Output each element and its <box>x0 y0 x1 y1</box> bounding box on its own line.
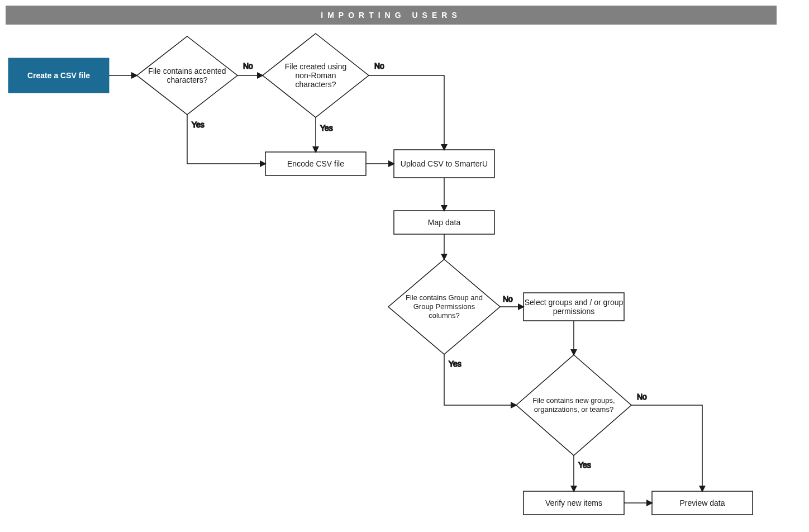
node-selectgrp-label: Select groups and / or group permissions <box>524 298 624 316</box>
node-selectgrp: Select groups and / or group permissions <box>524 293 624 321</box>
node-verify-label: Verify new items <box>545 498 602 507</box>
flowchart-canvas: Create a CSV file File contains accented… <box>0 0 809 532</box>
node-q-nonroman: File created using non-Roman characters? <box>263 34 369 117</box>
node-encode-label: Encode CSV file <box>287 159 344 168</box>
node-preview-label: Preview data <box>680 498 725 507</box>
node-q-accented-label: File contains accented characters? <box>148 66 226 84</box>
edge-accented-yes-label: Yes <box>192 120 204 129</box>
node-q-accented: File contains accented characters? <box>137 36 237 115</box>
node-q-groupcols: File contains Group and Group Permission… <box>388 259 500 354</box>
edge-groupcols-yes-label: Yes <box>449 359 461 368</box>
edge-groupcols-no-label: No <box>503 294 513 303</box>
node-q-newitems: File contains new groups, organizations,… <box>516 355 631 455</box>
node-verify: Verify new items <box>524 491 624 515</box>
node-q-newitems-label: File contains new groups, organizations,… <box>532 396 616 415</box>
node-encode: Encode CSV file <box>265 152 366 175</box>
node-q-groupcols-label: File contains Group and Group Permission… <box>402 293 486 321</box>
edge-nonroman-no <box>369 75 444 150</box>
node-start: Create a CSV file <box>8 58 109 93</box>
edge-nonroman-yes-label: Yes <box>320 124 333 132</box>
node-q-nonroman-label: File created using non-Roman characters? <box>277 62 355 89</box>
edge-newitems-yes-label: Yes <box>578 460 591 469</box>
edge-newitems-no-label: No <box>637 392 647 401</box>
node-start-label: Create a CSV file <box>27 71 90 80</box>
edge-accented-no-label: No <box>243 61 253 70</box>
edge-newitems-no <box>631 405 702 491</box>
node-upload-label: Upload CSV to SmarterU <box>401 159 488 168</box>
edge-nonroman-no-label: No <box>374 61 384 70</box>
node-map: Map data <box>394 211 494 234</box>
node-map-label: Map data <box>428 218 460 227</box>
node-upload: Upload CSV to SmarterU <box>394 150 494 178</box>
node-preview: Preview data <box>652 491 753 515</box>
